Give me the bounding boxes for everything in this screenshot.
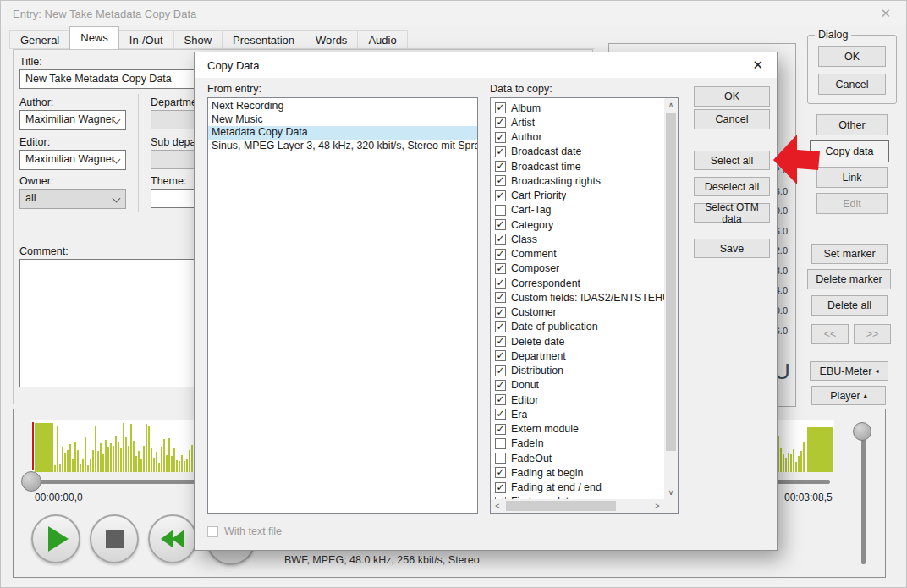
checkbox-checked-icon[interactable]: ✓ <box>495 175 506 186</box>
checkbox-checked-icon[interactable]: ✓ <box>495 278 506 289</box>
copy-field-row[interactable]: Cart-Tag <box>491 203 664 217</box>
checkbox-unchecked-icon[interactable] <box>495 205 506 216</box>
copy-field-row[interactable]: ✓Distribution <box>491 364 664 378</box>
tab-news[interactable]: News <box>69 26 119 49</box>
checkbox-checked-icon[interactable]: ✓ <box>495 234 506 245</box>
checkbox-checked-icon[interactable]: ✓ <box>495 467 506 478</box>
checkbox-checked-icon[interactable]: ✓ <box>495 102 506 113</box>
vertical-scrollbar-thumb[interactable] <box>666 113 676 451</box>
checkbox-checked-icon[interactable]: ✓ <box>495 263 506 274</box>
checkbox-checked-icon[interactable]: ✓ <box>495 336 506 347</box>
checkbox-checked-icon[interactable]: ✓ <box>495 365 506 376</box>
horizontal-scrollbar[interactable]: < > <box>491 499 664 513</box>
scroll-left-icon[interactable]: < <box>491 499 504 513</box>
checkbox-checked-icon[interactable]: ✓ <box>495 321 506 332</box>
ebu-meter-button[interactable]: EBU-Meter ◂ <box>810 361 888 381</box>
save-button[interactable]: Save <box>694 239 770 258</box>
copy-field-row[interactable]: ✓Custom fields: IDAS2/ENTSTEHUNGSA <box>491 290 664 305</box>
from-entry-list[interactable]: Next RecordingNew MusicMetadata Copy Dat… <box>207 97 478 514</box>
data-to-copy-list[interactable]: ✓Album✓Artist✓Author✓Broadcast date✓Broa… <box>490 97 679 514</box>
horizontal-scrollbar-thumb[interactable] <box>506 501 616 511</box>
checkbox-checked-icon[interactable]: ✓ <box>495 117 506 128</box>
entry-list-item[interactable]: New Music <box>208 113 477 127</box>
copy-field-row[interactable]: ✓Editor <box>491 393 664 407</box>
entry-list-item[interactable]: Sinus, MPEG Layer 3, 48 kHz, 320 kbit/s,… <box>208 140 477 153</box>
delete-marker-button[interactable]: Delete marker <box>807 269 891 289</box>
link-button[interactable]: Link <box>816 167 888 188</box>
checkbox-checked-icon[interactable]: ✓ <box>495 219 506 230</box>
copy-field-row[interactable]: ✓Extern module <box>491 422 664 437</box>
delete-all-button[interactable]: Delete all <box>811 295 888 316</box>
copy-data-close-icon[interactable]: ✕ <box>752 58 763 73</box>
deselect-all-button[interactable]: Deselect all <box>694 177 770 196</box>
copy-field-row[interactable]: ✓Correspondent <box>491 276 664 290</box>
scroll-right-icon[interactable]: > <box>651 499 664 513</box>
tab-show[interactable]: Show <box>173 30 223 49</box>
scroll-down-icon[interactable]: ∨ <box>664 486 678 499</box>
copy-field-row[interactable]: ✓Broadcasting rights <box>491 173 664 188</box>
checkbox-checked-icon[interactable]: ✓ <box>495 161 506 172</box>
copy-field-row[interactable]: FadeIn <box>491 437 664 451</box>
main-ok-button[interactable]: OK <box>818 46 886 67</box>
tab-general[interactable]: General <box>9 30 70 49</box>
other-button[interactable]: Other <box>816 114 888 135</box>
copy-field-row[interactable]: ✓Artist <box>491 115 664 129</box>
copy-field-row[interactable]: ✓Cart Priority <box>491 189 664 203</box>
copy-field-row[interactable]: ✓Class <box>491 232 664 246</box>
checkbox-checked-icon[interactable]: ✓ <box>495 307 506 318</box>
dialog-ok-button[interactable]: OK <box>694 86 770 107</box>
scroll-up-icon[interactable]: ∧ <box>664 98 678 112</box>
tab-presentation[interactable]: Presentation <box>222 30 305 49</box>
checkbox-checked-icon[interactable]: ✓ <box>495 190 506 201</box>
checkbox-checked-icon[interactable]: ✓ <box>495 350 506 361</box>
copy-field-row[interactable]: ✓Era <box>491 407 664 421</box>
editor-combobox[interactable]: Maximilian Wagner <box>19 150 126 170</box>
checkbox-checked-icon[interactable]: ✓ <box>495 409 506 420</box>
checkbox-unchecked-icon[interactable] <box>495 438 506 449</box>
copy-field-row[interactable]: ✓Customer <box>491 305 664 320</box>
tab-audio[interactable]: Audio <box>357 30 407 49</box>
tab-words[interactable]: Words <box>305 30 358 49</box>
player-button[interactable]: Player ▴ <box>811 386 886 405</box>
copy-field-row[interactable]: ✓Album <box>491 101 664 115</box>
copy-field-row[interactable]: ✓Broadcast time <box>491 159 664 173</box>
copy-field-row[interactable]: ✓Delete date <box>491 334 664 349</box>
copy-field-row[interactable]: ✓Fading at begin <box>491 465 664 480</box>
volume-slider-knob[interactable] <box>853 422 871 441</box>
dialog-cancel-button[interactable]: Cancel <box>694 109 770 129</box>
checkbox-checked-icon[interactable]: ✓ <box>495 132 506 143</box>
set-marker-button[interactable]: Set marker <box>811 244 888 264</box>
select-all-button[interactable]: Select all <box>694 151 770 170</box>
owner-combobox[interactable]: all <box>19 189 126 209</box>
copy-field-row[interactable]: ✓Author <box>491 130 664 145</box>
copy-field-row[interactable]: ✓Broadcast date <box>491 145 664 159</box>
with-text-file-checkbox[interactable]: With text file <box>207 525 282 537</box>
entry-list-item[interactable]: Metadata Copy Data <box>208 126 477 140</box>
vertical-scrollbar[interactable]: ∧ ∨ <box>664 98 678 499</box>
rewind-button[interactable] <box>148 514 197 563</box>
play-button[interactable] <box>31 514 80 563</box>
copy-field-row[interactable]: ✓Department <box>491 349 664 363</box>
select-otm-data-button[interactable]: Select OTM data <box>694 203 770 223</box>
stop-button[interactable] <box>90 514 139 563</box>
copy-field-row[interactable]: ✓Comment <box>491 247 664 261</box>
checkbox-checked-icon[interactable]: ✓ <box>495 249 506 260</box>
theme-input[interactable] <box>151 189 198 208</box>
checkbox-unchecked-icon[interactable] <box>495 453 506 464</box>
entry-list-item[interactable]: Next Recording <box>208 100 477 113</box>
copy-field-row[interactable]: ✓Composer <box>491 261 664 276</box>
checkbox-checked-icon[interactable]: ✓ <box>495 424 506 435</box>
copy-field-row[interactable]: ✓Fading at end / end <box>491 481 664 495</box>
main-cancel-button[interactable]: Cancel <box>818 74 886 95</box>
copy-field-row[interactable]: ✓Date of publication <box>491 320 664 334</box>
checkbox-checked-icon[interactable]: ✓ <box>495 380 506 391</box>
copy-field-row[interactable]: ✓Donut <box>491 378 664 393</box>
tab-inout[interactable]: In-/Out <box>118 30 174 49</box>
checkbox-checked-icon[interactable]: ✓ <box>495 292 506 303</box>
copy-field-row[interactable]: ✓Category <box>491 217 664 232</box>
checkbox-checked-icon[interactable]: ✓ <box>495 146 506 157</box>
author-combobox[interactable]: Maximilian Wagner <box>19 110 126 130</box>
volume-slider-track[interactable] <box>861 437 866 564</box>
checkbox-checked-icon[interactable]: ✓ <box>495 394 506 405</box>
copy-field-row[interactable]: FadeOut <box>491 451 664 465</box>
